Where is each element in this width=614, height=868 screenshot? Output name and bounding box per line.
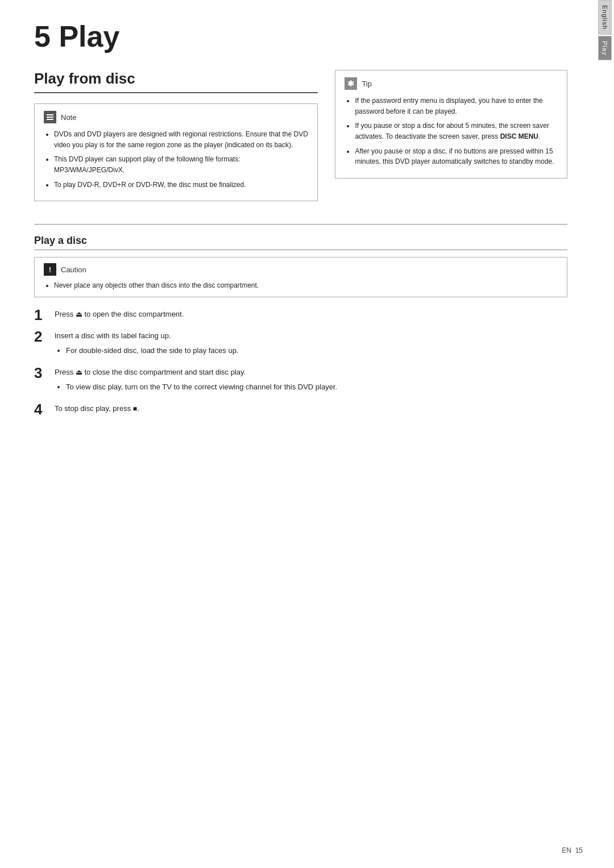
side-tab-english: English [598,0,612,35]
side-tabs: English Play [596,0,614,868]
step-2-sub-1: For double-sided disc, load the side to … [66,345,567,356]
caution-box: ! Caution Never place any objects other … [34,257,567,297]
side-tab-play: Play [598,36,612,60]
play-a-disc-heading: Play a disc [34,235,567,250]
tip-header: ✱ Tip [345,77,558,90]
caution-icon: ! [44,263,56,276]
page-container: English Play 5 Play Play from disc [0,0,614,868]
tip-label: Tip [362,80,372,88]
step-3-number: 3 [34,366,55,380]
step-2-number: 2 [34,329,55,344]
section-divider [34,224,567,225]
caution-label: Caution [61,265,86,274]
caution-header: ! Caution [44,263,558,276]
tip-item-1: If the password entry menu is displayed,… [355,95,558,117]
chapter-heading: 5 Play [34,20,567,53]
step-2-sub-list: For double-sided disc, load the side to … [55,345,567,356]
svg-rect-2 [47,119,53,120]
svg-rect-0 [47,114,53,115]
tip-list: If the password entry menu is displayed,… [345,95,558,167]
step-4-content: To stop disc play, press . [55,403,567,414]
svg-rect-1 [47,117,53,118]
tip-box: ✱ Tip If the password entry menu is disp… [335,70,567,178]
eject-symbol-1 [76,310,82,318]
tip-item-2: If you pause or stop a disc for about 5 … [355,121,558,142]
step-2-content: Insert a disc with its label facing up. … [55,330,567,359]
step-4-number: 4 [34,402,55,417]
col-right: ✱ Tip If the password entry menu is disp… [335,70,567,213]
footer-en: EN [562,846,571,854]
step-1: 1 Press to open the disc compartment. [34,309,567,322]
note-item-3: To play DVD-R, DVD+R or DVD-RW, the disc… [54,180,308,190]
step-3-sub-1: To view disc play, turn on the TV to the… [66,381,567,393]
disc-menu-bold: DISC MENU [500,132,538,140]
caution-item-1: Never place any objects other than discs… [54,280,558,291]
step-2: 2 Insert a disc with its label facing up… [34,330,567,359]
eject-symbol-2 [76,368,82,376]
step-3-content: Press to close the disc compartment and … [55,367,567,395]
note-label: Note [61,113,76,122]
two-column-section: Play from disc Note [34,70,567,213]
step-1-number: 1 [34,308,55,322]
page-footer: EN 15 [562,846,583,854]
play-from-disc-heading: Play from disc [34,70,318,93]
stop-symbol [133,404,137,413]
note-list: DVDs and DVD players are designed with r… [44,129,308,190]
note-box: Note DVDs and DVD players are designed w… [34,103,318,201]
chapter-number: 5 [34,20,51,53]
col-left: Play from disc Note [34,70,318,213]
step-4: 4 To stop disc play, press . [34,403,567,417]
tip-icon: ✱ [345,77,357,90]
note-item-2: This DVD player can support play of the … [54,154,308,175]
footer-page-number: 15 [575,846,583,854]
step-3-sub-list: To view disc play, turn on the TV to the… [55,381,567,393]
caution-list: Never place any objects other than discs… [44,280,558,291]
main-content: 5 Play Play from disc [0,0,596,868]
step-3: 3 Press to close the disc compartment an… [34,367,567,395]
note-item-1: DVDs and DVD players are designed with r… [54,129,308,150]
chapter-title: Play [59,20,119,53]
note-header: Note [44,111,308,123]
steps-list: 1 Press to open the disc compartment. 2 … [34,309,567,417]
tip-item-3: After you pause or stop a disc, if no bu… [355,146,558,167]
note-icon [44,111,56,123]
step-1-content: Press to open the disc compartment. [55,309,567,320]
